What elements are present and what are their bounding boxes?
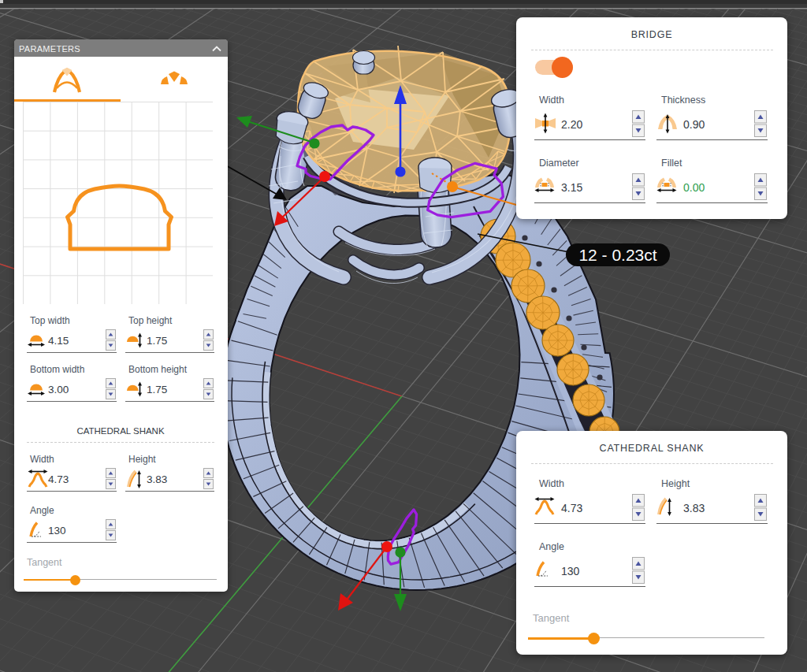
svg-text:12 - 0.23ct: 12 - 0.23ct — [578, 246, 656, 264]
